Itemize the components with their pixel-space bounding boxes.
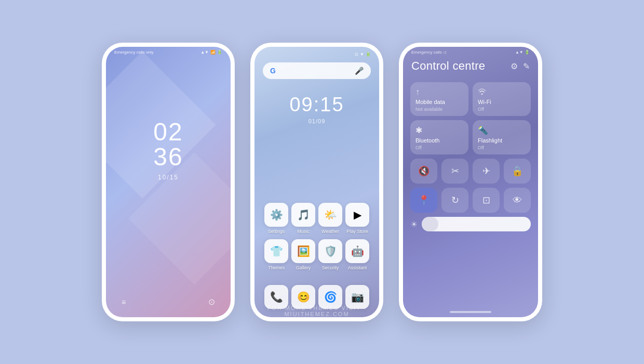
control-centre-title: Control centre [411,59,485,73]
app-assistant[interactable]: 🤖 Assistant [344,239,370,270]
mobile-data-icon: ↑ [415,87,463,97]
phone1-date: 10/15 [106,174,231,181]
app-settings[interactable]: ⚙️ Settings [263,203,289,234]
themes-icon: 👕 [264,239,288,263]
gallery-icon: 🖼️ [291,239,315,263]
flashlight-sub: Off [478,145,526,150]
home-indicator[interactable] [450,311,491,313]
mic-icon[interactable]: 🎤 [355,67,364,75]
eye-tile[interactable]: 👁 [504,188,531,213]
google-logo: G [270,67,276,75]
lock-tile[interactable]: 🔒 [504,159,531,184]
ctrl-small-row-1: 🔇 ✂ ✈ 🔒 [410,159,531,184]
app-music[interactable]: 🎵 Music [290,203,316,234]
apps-row-1: ⚙️ Settings 🎵 Music 🌤️ Weather ▶ Play St… [263,203,371,234]
brightness-icon: ☀ [410,219,418,229]
phone-1: Emergency calls only ▲▼ 📶 🔋 02 36 10/15 … [102,43,235,321]
bluetooth-icon: ✱ [415,125,463,135]
app-playstore[interactable]: ▶ Play Store [344,203,370,234]
security-icon: 🛡️ [318,239,342,263]
control-grid: ↑ Mobile data Not available Wi-Fi [410,82,531,231]
control-centre-header: Control centre ⚙ ✎ [411,59,530,73]
assistant-icon: 🤖 [345,239,369,263]
playstore-icon: ▶ [345,203,369,227]
phone3-status-text: Emergency calls ◁ [411,50,446,55]
phone1-time: 02 36 10/15 [106,120,231,181]
wifi-tile[interactable]: Wi-Fi Off [473,82,531,116]
scissors-tile[interactable]: ✂ [441,159,468,184]
weather-label: Weather [321,229,339,234]
phone2-clock: 09:15 [254,94,379,116]
flashlight-label: Flashlight [478,137,526,144]
control-header-icons: ⚙ ✎ [511,61,530,71]
phone1-camera-icon: ⊙ [208,297,215,307]
phone2-search-bar[interactable]: G 🎤 [263,62,371,79]
wifi-sub: Off [478,107,526,112]
app-weather[interactable]: 🌤️ Weather [317,203,343,234]
dock-app3[interactable]: 🌀 [318,285,342,309]
brightness-fill [422,217,438,231]
control-settings-icon[interactable]: ⚙ [511,61,518,71]
music-icon: 🎵 [291,203,315,227]
phone1-status-text: Emergency calls only [114,50,154,55]
themes-label: Themes [268,265,285,270]
dock-phone[interactable]: 📞 [264,285,288,309]
phone2-dock: 📞 😊 🌀 📷 [254,285,379,309]
bluetooth-label: Bluetooth [415,137,463,144]
brightness-slider[interactable] [422,217,531,231]
weather-icon: 🌤️ [318,203,342,227]
screencast-tile[interactable]: ⊡ [473,188,500,213]
bluetooth-tile[interactable]: ✱ Bluetooth Off [410,120,468,154]
assistant-label: Assistant [348,265,367,270]
app-themes[interactable]: 👕 Themes [263,239,289,270]
brightness-row: ☀ [410,217,531,231]
ctrl-row-1: ↑ Mobile data Not available Wi-Fi [410,82,531,116]
gallery-label: Gallery [296,265,311,270]
ctrl-row-2: ✱ Bluetooth Off 🔦 Flashlight Off [410,120,531,154]
phone1-status-icons: ▲▼ 📶 🔋 [200,50,222,55]
security-label: Security [322,265,339,270]
mobile-data-tile[interactable]: ↑ Mobile data Not available [410,82,468,116]
phone2-status-bar: ⊡ ▼ 🔋 [254,49,379,58]
phone-3: Emergency calls ◁ ▲▼ 🔋 Control centre ⚙ … [399,43,542,321]
phone2-time: 09:15 01/09 [254,94,379,124]
phone1-hours: 02 [106,120,231,145]
dock-camera[interactable]: 📷 [345,285,369,309]
control-edit-icon[interactable]: ✎ [523,61,530,71]
mobile-data-sub: Not available [415,107,463,112]
dock-emoji[interactable]: 😊 [291,285,315,309]
settings-icon: ⚙️ [264,203,288,227]
phone-2: ⊡ ▼ 🔋 G 🎤 09:15 01/09 ⚙️ Settings [250,43,383,321]
app-gallery[interactable]: 🖼️ Gallery [290,239,316,270]
wifi-label: Wi-Fi [478,99,526,106]
apps-row-2: 👕 Themes 🖼️ Gallery 🛡️ Security 🤖 Assist… [263,239,371,270]
phone1-minutes: 36 [106,145,231,170]
wifi-icon [478,87,526,97]
settings-label: Settings [268,229,285,234]
bluetooth-sub: Off [415,145,463,150]
phone2-apps: ⚙️ Settings 🎵 Music 🌤️ Weather ▶ Play St… [254,203,379,276]
phone3-status-bar: Emergency calls ◁ ▲▼ 🔋 [403,47,538,56]
phone1-menu-icon: ≡ [122,298,127,306]
volume-tile[interactable]: 🔇 [410,159,437,184]
app-security[interactable]: 🛡️ Security [317,239,343,270]
ctrl-small-row-2: 📍 ↻ ⊡ 👁 [410,188,531,213]
phone3-status-icons: ▲▼ 🔋 [515,50,530,55]
location-tile[interactable]: 📍 [410,188,437,213]
refresh-tile[interactable]: ↻ [441,188,468,213]
flashlight-icon: 🔦 [478,125,526,135]
phone1-status-bar: Emergency calls only ▲▼ 📶 🔋 [106,47,231,56]
phone1-bottom-bar: ≡ ⊙ [106,297,231,307]
playstore-label: Play Store [346,229,368,234]
music-label: Music [297,229,310,234]
phone2-date: 01/09 [254,118,379,124]
flashlight-tile[interactable]: 🔦 Flashlight Off [473,120,531,154]
airplane-tile[interactable]: ✈ [473,159,500,184]
mobile-data-label: Mobile data [415,99,463,106]
phone2-status-icons: ⊡ ▼ 🔋 [355,52,371,57]
